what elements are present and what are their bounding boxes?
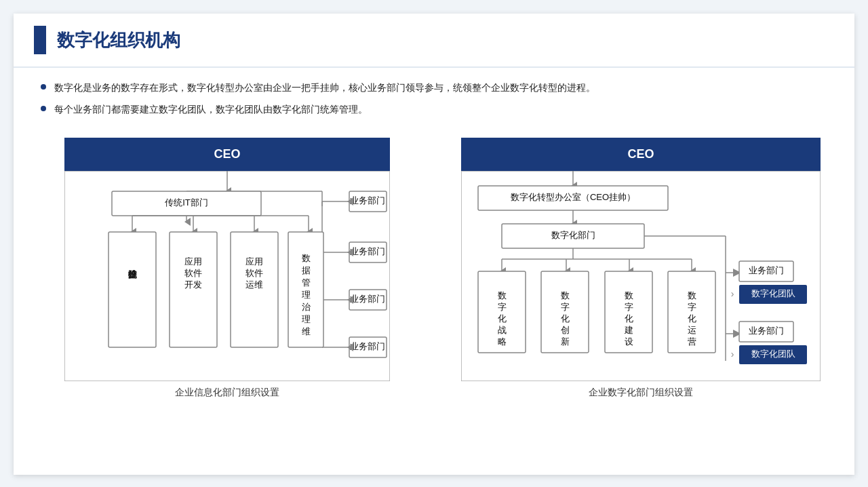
bullet-dot-1 [41,84,46,90]
svg-text:字: 字 [498,302,507,312]
svg-text:设: 设 [625,336,633,347]
right-ceo-box: CEO [461,138,821,171]
bullet-item-2: 每个业务部门都需要建立数字化团队，数字化团队由数字化部门统筹管理。 [41,102,827,117]
svg-text:数: 数 [625,290,633,300]
svg-text:字: 字 [561,302,570,312]
left-ceo-box: CEO [64,138,390,171]
svg-text:数: 数 [498,290,507,300]
svg-rect-28 [108,232,156,347]
bullet-item-1: 数字化是业务的数字存在形式，数字化转型办公室由企业一把手挂帅，核心业务部门领导参… [41,80,827,95]
svg-text:开发: 开发 [184,279,202,290]
svg-text:数字化团队: 数字化团队 [751,349,795,359]
svg-text:数: 数 [561,290,570,300]
svg-text:略: 略 [498,336,507,347]
svg-text:运维: 运维 [245,279,263,290]
svg-text:数字化团队: 数字化团队 [751,288,795,298]
svg-text:据: 据 [302,265,311,275]
svg-text:新: 新 [561,336,570,347]
svg-text:创: 创 [561,325,570,335]
svg-text:管: 管 [302,277,311,288]
svg-text:应用: 应用 [184,256,202,267]
left-diagram: CEO 传统IT [34,138,420,399]
svg-text:维: 维 [302,326,311,336]
header: 数字化组织机构 [14,14,854,68]
svg-text:数: 数 [302,253,311,263]
svg-text:业务部门: 业务部门 [749,326,784,336]
svg-text:业务部门: 业务部门 [350,294,385,304]
svg-text:字: 字 [625,302,633,312]
right-org-svg: 数字化转型办公室（CEO挂帅） 数字化部门 数 字 [461,171,821,381]
bullet-list: 数字化是业务的数字存在形式，数字化转型办公室由企业一把手挂帅，核心业务部门领导参… [14,68,854,131]
svg-text:理: 理 [302,290,311,300]
svg-text:传统IT部门: 传统IT部门 [165,197,208,208]
page-title: 数字化组织机构 [57,28,180,52]
svg-text:营: 营 [688,336,696,347]
bullet-text-1: 数字化是业务的数字存在形式，数字化转型办公室由企业一把手挂帅，核心业务部门领导参… [54,80,595,95]
svg-text:战: 战 [498,325,507,335]
right-caption: 企业数字化部门组织设置 [589,387,693,399]
bullet-dot-2 [41,106,46,111]
svg-text:字: 字 [688,302,696,312]
left-caption: 企业信息化部门组织设置 [175,387,279,399]
svg-text:数字化部门: 数字化部门 [551,230,595,240]
svg-text:治: 治 [302,302,311,312]
svg-text:业务部门: 业务部门 [749,265,784,275]
svg-text:应用: 应用 [245,256,263,267]
header-accent-bar [34,26,46,54]
svg-text:›: › [731,349,734,359]
svg-text:数: 数 [688,290,696,300]
diagrams-area: CEO 传统IT [14,131,854,406]
right-ceo-label: CEO [627,147,654,161]
svg-text:化: 化 [498,313,507,324]
svg-text:理: 理 [302,314,311,324]
left-org-svg: 传统IT部门 业务部门 业务部门 业务部门 业务部门 [64,171,390,381]
svg-text:业务部门: 业务部门 [350,246,385,256]
left-ceo-label: CEO [214,147,240,161]
svg-text:业务部门: 业务部门 [350,195,385,206]
right-diagram: CEO [448,138,834,399]
svg-text:运: 运 [688,325,696,335]
svg-text:数字化转型办公室（CEO挂帅）: 数字化转型办公室（CEO挂帅） [511,192,635,202]
svg-text:软件: 软件 [245,268,263,278]
bullet-text-2: 每个业务部门都需要建立数字化团队，数字化团队由数字化部门统筹管理。 [54,102,368,117]
svg-text:›: › [731,288,734,299]
slide: 数字化组织机构 数字化是业务的数字存在形式，数字化转型办公室由企业一把手挂帅，核… [14,14,854,475]
svg-text:软件: 软件 [184,268,202,278]
svg-text:建: 建 [624,325,633,335]
svg-text:化: 化 [625,313,633,324]
svg-text:业务部门: 业务部门 [350,341,385,351]
svg-text:化: 化 [688,313,696,324]
svg-text:化: 化 [561,313,570,324]
